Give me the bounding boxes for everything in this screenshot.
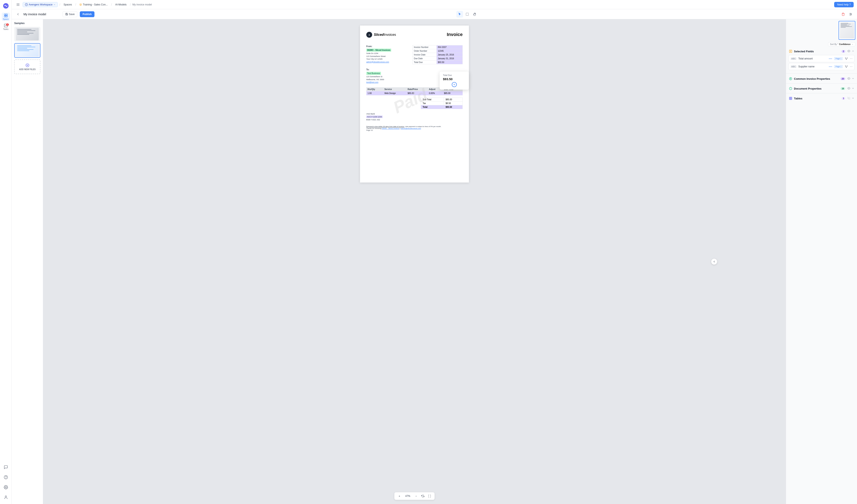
- config-button[interactable]: [848, 11, 854, 17]
- sample-thumb-1[interactable]: [14, 27, 40, 41]
- back-button[interactable]: [15, 11, 21, 17]
- subtotal-value: $85.00: [444, 98, 463, 101]
- invoice-footer: Payment is due within 30 days from date …: [366, 126, 463, 131]
- field-more-1[interactable]: ···: [850, 57, 853, 60]
- expand-panel-button[interactable]: [711, 259, 717, 264]
- inv-date-value: January 25, 2016: [436, 53, 463, 57]
- need-help-button[interactable]: Need help ?: [834, 2, 854, 7]
- common-invoice-icon: [789, 76, 793, 81]
- selected-fields-eye[interactable]: [847, 50, 850, 53]
- zoom-reset-button[interactable]: [420, 493, 425, 499]
- invoice-logo: ● SlicedInvoices: [366, 32, 396, 38]
- field-tree-icon-2[interactable]: [844, 65, 848, 68]
- total-label: Total: [421, 105, 444, 109]
- svg-point-26: [847, 57, 847, 58]
- field-page-1: Page 1: [834, 57, 843, 60]
- publish-button[interactable]: Publish: [80, 11, 94, 17]
- field-page-2: Page 1: [834, 65, 843, 68]
- tooltip-add-button[interactable]: +: [452, 82, 457, 87]
- workspace-button[interactable]: Avengers Workspace: [23, 2, 58, 7]
- svg-line-30: [845, 58, 846, 59]
- save-button[interactable]: Save: [63, 11, 77, 17]
- field-more-2[interactable]: ···: [850, 65, 853, 68]
- svg-point-32: [845, 66, 845, 66]
- to-name: Test Business: [366, 72, 381, 75]
- document-viewer: ● SlicedInvoices Invoice From: DEMO - Sl…: [43, 19, 786, 504]
- zoom-in-button[interactable]: +: [397, 493, 402, 499]
- document-properties-icon: [789, 86, 793, 91]
- delete-button[interactable]: [840, 11, 846, 17]
- common-invoice-eye[interactable]: [847, 77, 850, 81]
- cursor-tool[interactable]: [456, 11, 463, 18]
- menu-button[interactable]: [15, 2, 21, 7]
- bank-info: ANZ Bank ACC # 1234 1234 BSB # 4321 432: [366, 112, 463, 121]
- ai-models-link[interactable]: AI-Models: [114, 2, 128, 7]
- svg-rect-1: [4, 14, 6, 15]
- add-files-button[interactable]: ADD NEW FILES: [14, 59, 40, 74]
- field-tooltip: Total Due $93.50 +: [440, 72, 469, 90]
- common-invoice-chevron[interactable]: [852, 77, 855, 81]
- sort-bar: Sort By * Confidence: [786, 41, 857, 47]
- sidebar-item-settings[interactable]: [2, 483, 10, 491]
- document-properties-eye[interactable]: [847, 87, 850, 90]
- invoice-page: ● SlicedInvoices Invoice From: DEMO - Sl…: [360, 25, 469, 183]
- sidebar-item-space[interactable]: Space: [2, 13, 10, 21]
- svg-point-24: [848, 51, 849, 52]
- sidebar-item-tasks[interactable]: 6 Tasks: [2, 23, 10, 31]
- field-tree-icon-1[interactable]: [844, 57, 848, 60]
- sidebar-item-user[interactable]: [2, 493, 10, 502]
- inv-number-value: INV-3337: [436, 46, 463, 49]
- sample-thumb-2[interactable]: [14, 43, 40, 58]
- inv-due-value: January 31, 2016: [436, 57, 463, 60]
- field-line-icon-1: —: [829, 57, 832, 60]
- svg-line-31: [846, 58, 847, 59]
- selected-fields-count: 2: [841, 50, 845, 53]
- doc-thumbnail[interactable]: [839, 21, 855, 40]
- section-divider-2: [786, 83, 857, 84]
- inv-order-label: Order Number: [413, 49, 437, 53]
- model-name-input[interactable]: [23, 13, 60, 16]
- sidebar-item-help[interactable]: [2, 473, 10, 481]
- col-rate: Rate/Price: [406, 87, 428, 91]
- inv-due-label: Due Date: [413, 57, 437, 60]
- svg-rect-43: [789, 97, 792, 100]
- section-divider-1: [786, 73, 857, 74]
- marquee-tool[interactable]: [464, 11, 471, 18]
- document-properties-title: Document Properties: [794, 87, 839, 90]
- current-page-label: My invoice model: [132, 3, 152, 6]
- selected-fields-chevron[interactable]: [852, 50, 855, 53]
- spaces-link[interactable]: Spaces: [62, 2, 74, 7]
- zoom-level: 47%: [404, 494, 412, 498]
- tooltip-label: Total Due: [443, 74, 466, 76]
- tables-icon: [789, 96, 793, 101]
- field-type-abc-1: ABC: [790, 57, 797, 60]
- document-properties-section[interactable]: Document Properties 16: [786, 84, 857, 92]
- from-address: Suite 5A-1204123 Somewhere StreetYour Ci…: [366, 52, 408, 64]
- from-name: DEMO - Sliced Invoices: [366, 49, 391, 52]
- zoom-bar: + 47% −: [394, 492, 435, 500]
- left-sidebar: Space 6 Tasks: [0, 0, 12, 504]
- thumbnail-area: [786, 19, 857, 41]
- hand-tool[interactable]: [471, 11, 478, 18]
- document-properties-chevron[interactable]: [852, 87, 855, 90]
- selected-fields-list: ABC Total amount — Page 1 ··· ABC Suppli…: [786, 55, 857, 73]
- sidebar-item-chat[interactable]: [2, 463, 10, 471]
- inv-date-label: Invoice Date: [413, 53, 437, 57]
- col-hrs: Hrs/Qty: [366, 87, 383, 91]
- field-supplier-name: ABC Supplier name — Page 1 ···: [789, 63, 855, 70]
- zoom-out-button[interactable]: −: [414, 493, 419, 499]
- tables-section[interactable]: Tables 3: [786, 94, 857, 102]
- selected-fields-section[interactable]: Selected Fields 2: [786, 47, 857, 55]
- training-link[interactable]: Training - Sales Con...: [78, 2, 109, 7]
- svg-rect-13: [466, 13, 469, 16]
- tables-eye[interactable]: [847, 97, 850, 100]
- inv-order-value: 12345: [436, 49, 463, 53]
- sort-dropdown[interactable]: Sort By * Confidence: [828, 42, 855, 46]
- svg-rect-2: [6, 14, 7, 15]
- tables-chevron[interactable]: [852, 97, 855, 100]
- common-invoice-title: Common Invoice Properties: [794, 77, 839, 80]
- common-invoice-section[interactable]: Common Invoice Properties 20: [786, 74, 857, 83]
- svg-point-40: [848, 78, 849, 79]
- fullscreen-button[interactable]: [427, 493, 432, 499]
- svg-point-27: [846, 59, 846, 59]
